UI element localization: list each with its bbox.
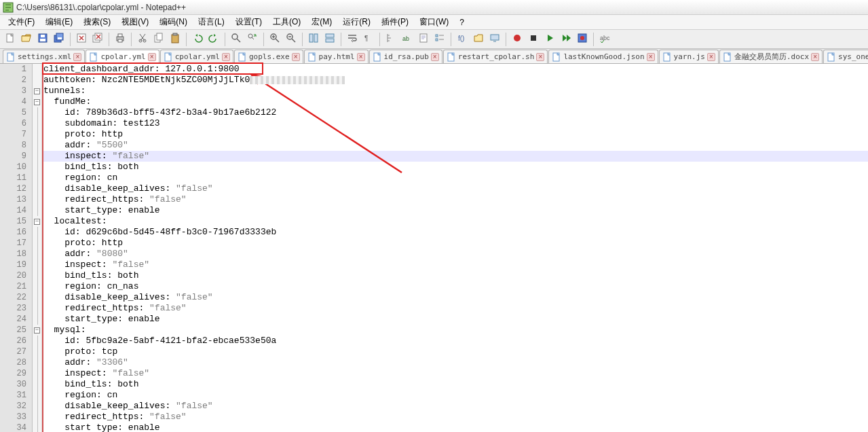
folder-button[interactable] <box>471 32 486 47</box>
lang-button[interactable]: ab <box>400 32 415 47</box>
code-line[interactable]: fundMe: <box>42 96 868 107</box>
code-area[interactable]: client_dashboard_addr: 127.0.0.1:9800aut… <box>42 64 868 432</box>
menu-1[interactable]: 编辑(E) <box>40 15 78 29</box>
code-line[interactable]: mysql: <box>42 325 868 336</box>
doc-map-button[interactable] <box>416 32 431 47</box>
menu-7[interactable]: 工具(O) <box>267 15 306 29</box>
code-line[interactable]: id: 5fbc9a2e-5abf-4121-bfa2-ebcae533e50a <box>42 336 868 346</box>
tab-6[interactable]: restart_cpolar.sh× <box>443 50 548 63</box>
tab-8[interactable]: yarn.js× <box>659 50 719 63</box>
save-all-button[interactable] <box>52 32 67 47</box>
code-line[interactable]: start_type: enable <box>42 205 868 216</box>
undo-button[interactable] <box>190 32 205 47</box>
code-line[interactable]: inspect: "false" <box>42 368 868 379</box>
code-line[interactable]: addr: "3306" <box>42 357 868 368</box>
menu-5[interactable]: 语言(L) <box>193 15 230 29</box>
tab-0[interactable]: settings.xml× <box>3 50 85 63</box>
sync-h-button[interactable] <box>322 32 337 47</box>
code-line[interactable]: redirect_https: "false" <box>42 303 868 314</box>
menu-12[interactable]: ? <box>454 16 470 29</box>
close-icon[interactable]: × <box>357 53 365 61</box>
code-line[interactable]: proto: http <box>42 129 868 140</box>
close-all-button[interactable] <box>90 32 105 47</box>
fold-toggle-icon[interactable]: − <box>34 88 40 94</box>
find-button[interactable] <box>229 32 244 47</box>
code-line[interactable]: bind_tls: both <box>42 162 868 173</box>
tab-4[interactable]: pay.html× <box>304 50 369 63</box>
fold-toggle-icon[interactable]: − <box>34 99 40 105</box>
monitor-button[interactable] <box>487 32 502 47</box>
code-line[interactable]: tunnels: <box>42 86 868 96</box>
code-line[interactable]: proto: http <box>42 238 868 249</box>
code-line[interactable]: region: cn_nas <box>42 281 868 292</box>
menu-3[interactable]: 视图(V) <box>116 15 154 29</box>
close-icon[interactable]: × <box>222 53 230 61</box>
zoom-in-button[interactable] <box>267 32 282 47</box>
word-wrap-button[interactable] <box>345 32 360 47</box>
spell-check-button[interactable]: abc <box>597 32 612 47</box>
tab-5[interactable]: id_rsa.pub× <box>369 50 442 63</box>
code-line[interactable]: inspect: "false" <box>42 151 868 162</box>
print-button[interactable] <box>113 32 128 47</box>
fold-toggle-icon[interactable]: − <box>34 327 40 334</box>
close-icon[interactable]: × <box>431 53 439 61</box>
fold-toggle-icon[interactable]: − <box>34 219 40 225</box>
code-line[interactable]: addr: "8080" <box>42 249 868 259</box>
code-line[interactable]: start type: enable <box>42 422 868 432</box>
code-line[interactable]: region: cn <box>42 390 868 401</box>
menu-2[interactable]: 搜索(S) <box>78 15 116 29</box>
code-line[interactable]: bind_tls: both <box>42 379 868 390</box>
code-line[interactable]: authtoken: Nzc2NTE5MDEtNjk5ZC00MjJjLTk0 <box>42 75 868 86</box>
record-button[interactable] <box>510 32 525 47</box>
code-line[interactable]: addr: "5500" <box>42 140 868 151</box>
code-line[interactable]: bind_tls: both <box>42 270 868 281</box>
menu-11[interactable]: 窗口(W) <box>414 15 454 29</box>
new-file-button[interactable] <box>3 32 18 47</box>
menu-0[interactable]: 文件(F) <box>3 15 40 29</box>
paste-button[interactable] <box>168 32 183 47</box>
zoom-out-button[interactable] <box>284 32 299 47</box>
close-icon[interactable]: × <box>811 53 819 61</box>
code-line[interactable]: disable_keep_alives: "false" <box>42 292 868 303</box>
code-line[interactable]: client_dashboard_addr: 127.0.0.1:9800 <box>42 64 868 75</box>
doc-list-button[interactable] <box>432 32 447 47</box>
code-line[interactable]: start_type: enable <box>42 314 868 325</box>
tab-9[interactable]: 金融交易员简历.docx× <box>719 50 823 63</box>
code-line[interactable]: redirect_https: "false" <box>42 194 868 205</box>
tab-1[interactable]: cpolar.yml× <box>86 50 159 63</box>
close-icon[interactable]: × <box>536 53 544 61</box>
code-line[interactable]: proto: tcp <box>42 346 868 357</box>
code-line[interactable]: inspect: "false" <box>42 259 868 270</box>
replace-button[interactable] <box>245 32 260 47</box>
tab-3[interactable]: gopls.exe× <box>234 50 303 63</box>
code-line[interactable]: id: 789b36d3-bff5-43f2-b3a4-9b17ae6b2122 <box>42 107 868 118</box>
tab-2[interactable]: cpolar.yml× <box>160 50 233 63</box>
save-macro-button[interactable] <box>575 32 590 47</box>
menu-4[interactable]: 编码(N) <box>154 15 193 29</box>
play-multi-button[interactable] <box>559 32 573 47</box>
code-line[interactable]: disable_keep_alives: "false" <box>42 183 868 194</box>
stop-button[interactable] <box>526 32 541 47</box>
func-list-button[interactable]: f() <box>455 32 470 47</box>
close-icon[interactable]: × <box>73 53 81 61</box>
save-button[interactable] <box>35 32 50 47</box>
code-line[interactable]: region: cn <box>42 173 868 183</box>
close-icon[interactable]: × <box>148 53 156 61</box>
menu-8[interactable]: 宏(M) <box>306 15 337 29</box>
sync-v-button[interactable] <box>306 32 321 47</box>
close-icon[interactable]: × <box>707 53 715 61</box>
open-file-button[interactable] <box>19 32 34 47</box>
menu-10[interactable]: 插件(P) <box>376 15 414 29</box>
close-icon[interactable]: × <box>292 53 300 61</box>
code-line[interactable]: disable_keep_alives: "false" <box>42 401 868 412</box>
close-button[interactable] <box>74 32 89 47</box>
play-button[interactable] <box>542 32 557 47</box>
show-all-button[interactable]: ¶ <box>361 32 376 47</box>
code-line[interactable]: redirect_https: "false" <box>42 412 868 422</box>
tab-7[interactable]: lastKnownGood.json× <box>548 50 658 63</box>
menu-9[interactable]: 运行(R) <box>337 15 376 29</box>
code-line[interactable]: id: d629c6bd-5d45-48ff-b3c0-71967d3333eb <box>42 227 868 238</box>
menu-6[interactable]: 设置(T) <box>230 15 267 29</box>
indent-guide-button[interactable] <box>383 32 398 47</box>
cut-button[interactable] <box>135 32 150 47</box>
